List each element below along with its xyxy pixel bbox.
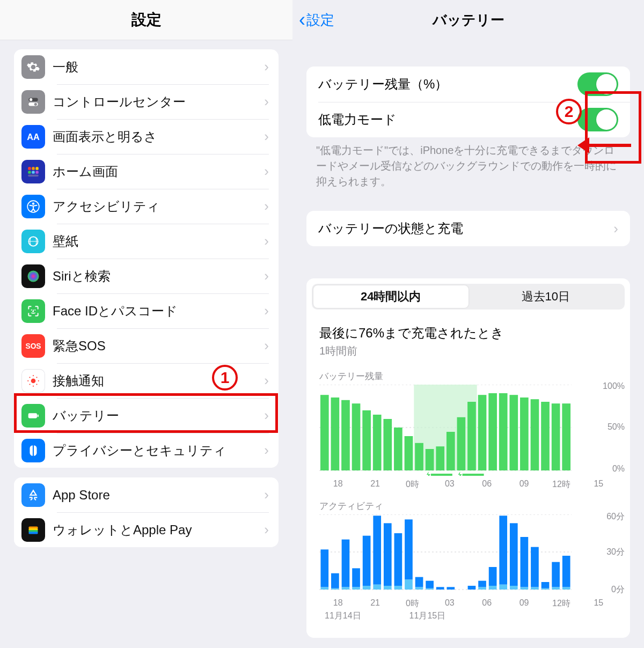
- general-label: 一般: [53, 58, 264, 76]
- battery-level-chart: 100% 50% 0%: [319, 385, 617, 476]
- chevron-right-icon: ›: [264, 128, 269, 145]
- svg-rect-47: [405, 436, 413, 470]
- accessibility-label: アクセシビリティ: [53, 198, 264, 215]
- battery-health-row[interactable]: バッテリーの状態と充電 ›: [306, 211, 630, 246]
- back-label: 設定: [306, 11, 334, 30]
- svg-rect-70: [331, 588, 339, 590]
- svg-rect-99: [478, 581, 486, 587]
- svg-rect-76: [363, 586, 371, 590]
- siri-label: Siriと検索: [53, 268, 264, 285]
- battery-label: バッテリー: [53, 407, 264, 424]
- wallet-icon: [21, 518, 45, 542]
- settings-row-control-center[interactable]: コントロールセンター›: [14, 84, 279, 119]
- low-power-footer: "低電力モード"では、iPhoneを十分に充電できるまでダウンロードやメール受信…: [292, 137, 644, 189]
- svg-rect-50: [436, 446, 444, 470]
- svg-rect-93: [447, 587, 455, 590]
- settings-row-sos[interactable]: SOS緊急SOS›: [14, 328, 279, 363]
- settings-row-faceid[interactable]: Face IDとパスコード›: [14, 293, 279, 328]
- display-label: 画面表示と明るさ: [53, 128, 264, 145]
- svg-rect-11: [28, 174, 39, 176]
- svg-text:SOS: SOS: [25, 342, 41, 350]
- svg-rect-59: [531, 399, 539, 470]
- battery-usage-panel: 24時間以内 過去10日 最後に76%まで充電されたとき 1時間前 バッテリー残…: [306, 278, 630, 638]
- settings-row-privacy[interactable]: プライバシーとセキュリティ›: [14, 433, 279, 468]
- svg-point-3: [34, 102, 37, 105]
- wallet-label: ウォレットとApple Pay: [53, 521, 264, 539]
- settings-row-display[interactable]: AA画面表示と明るさ›: [14, 119, 279, 154]
- svg-text:AA: AA: [27, 131, 40, 141]
- svg-rect-57: [509, 395, 518, 470]
- svg-rect-114: [562, 587, 570, 590]
- sos-icon: SOS: [21, 334, 45, 358]
- svg-rect-39: [320, 395, 329, 470]
- low-power-switch[interactable]: [577, 108, 618, 131]
- faceid-label: Face IDとパスコード: [53, 303, 264, 320]
- svg-rect-61: [552, 403, 560, 470]
- faceid-icon: [21, 299, 45, 323]
- wallpaper-icon: [21, 230, 45, 253]
- svg-rect-41: [341, 400, 350, 470]
- appstore-label: App Store: [53, 488, 264, 503]
- svg-rect-42: [352, 403, 361, 470]
- svg-rect-86: [415, 587, 423, 590]
- svg-rect-111: [541, 582, 550, 588]
- svg-rect-51: [447, 432, 455, 470]
- svg-rect-55: [488, 393, 497, 470]
- settings-row-siri[interactable]: Siriと検索›: [14, 259, 279, 293]
- svg-rect-46: [394, 428, 402, 470]
- chart1-label: バッテリー残量: [319, 370, 617, 382]
- battery-health-group: バッテリーの状態と充電 ›: [306, 211, 630, 246]
- svg-point-26: [29, 384, 30, 385]
- battery-percentage-switch[interactable]: [577, 72, 618, 96]
- svg-rect-81: [384, 523, 392, 586]
- chevron-right-icon: ›: [264, 233, 269, 249]
- svg-rect-91: [436, 587, 444, 590]
- settings-row-exposure[interactable]: 接触通知›: [14, 363, 279, 398]
- back-button[interactable]: ‹ 設定: [299, 0, 334, 40]
- svg-rect-28: [28, 413, 37, 418]
- svg-point-27: [36, 384, 37, 385]
- control-center-label: コントロールセンター: [53, 93, 264, 111]
- svg-rect-45: [383, 419, 392, 470]
- svg-rect-49: [426, 449, 434, 470]
- settings-row-wallet[interactable]: ウォレットとApple Pay›: [14, 512, 279, 547]
- chevron-right-icon: ›: [264, 442, 269, 459]
- svg-rect-44: [373, 415, 382, 470]
- settings-row-appstore[interactable]: App Store›: [14, 477, 279, 512]
- svg-rect-9: [32, 171, 34, 173]
- svg-rect-48: [415, 443, 423, 470]
- battery-title: バッテリー: [433, 11, 504, 30]
- battery-icon: [21, 404, 45, 428]
- home-screen-icon: [21, 160, 45, 183]
- svg-rect-107: [521, 537, 529, 587]
- svg-rect-89: [426, 581, 434, 588]
- display-icon: AA: [21, 125, 45, 149]
- chevron-right-icon: ›: [264, 407, 269, 424]
- svg-point-22: [27, 380, 28, 381]
- settings-title: 設定: [131, 10, 162, 30]
- seg-10d[interactable]: 過去10日: [469, 285, 624, 308]
- general-icon: [21, 55, 45, 79]
- chevron-right-icon: ›: [264, 337, 269, 354]
- settings-group-2: App Store›ウォレットとApple Pay›: [14, 477, 279, 547]
- siri-icon: [21, 264, 45, 288]
- settings-row-accessibility[interactable]: アクセシビリティ›: [14, 189, 279, 224]
- svg-rect-97: [468, 586, 476, 590]
- settings-row-general[interactable]: 一般›: [14, 49, 279, 84]
- svg-rect-60: [541, 402, 550, 470]
- svg-rect-8: [28, 171, 31, 173]
- svg-rect-6: [32, 167, 34, 170]
- seg-24h[interactable]: 24時間以内: [313, 285, 469, 308]
- settings-row-battery[interactable]: バッテリー›: [14, 398, 279, 433]
- settings-header: 設定: [0, 0, 292, 40]
- low-power-row[interactable]: 低電力モード: [306, 102, 630, 137]
- settings-row-wallpaper[interactable]: 壁紙›: [14, 224, 279, 259]
- svg-rect-113: [552, 562, 560, 587]
- time-range-segmented[interactable]: 24時間以内 過去10日: [312, 284, 625, 310]
- settings-row-home-screen[interactable]: ホーム画面›: [14, 154, 279, 189]
- battery-percentage-row[interactable]: バッテリー残量（%）: [306, 67, 630, 102]
- svg-rect-78: [373, 585, 381, 590]
- chart2-label: アクティビティ: [319, 500, 617, 512]
- svg-rect-52: [457, 417, 466, 470]
- svg-rect-101: [489, 567, 497, 586]
